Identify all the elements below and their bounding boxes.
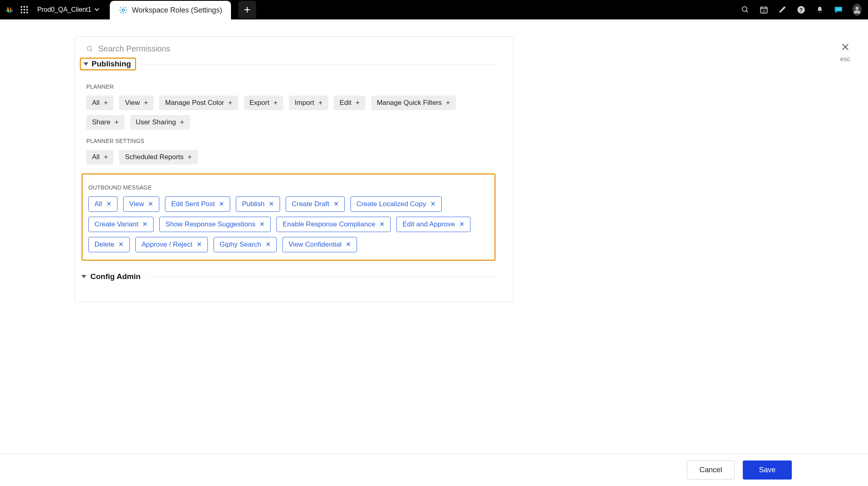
cancel-button[interactable]: Cancel [687, 460, 735, 480]
permission-chip-outbound-2[interactable]: Edit Sent Post✕ [165, 196, 230, 212]
svg-point-9 [855, 6, 859, 10]
permission-chip-outbound-11[interactable]: Approve / Reject✕ [135, 237, 208, 252]
page-canvas: Publishing PLANNER All+View+Manage Post … [0, 19, 868, 486]
permission-chip-outbound-9[interactable]: Edit and Approve✕ [396, 217, 470, 232]
new-tab-button[interactable] [238, 1, 256, 19]
chip-label: Delete [94, 241, 114, 249]
chip-label: All [92, 153, 100, 161]
app-logo-icon[interactable] [5, 5, 14, 14]
remove-x-icon[interactable]: ✕ [148, 201, 153, 207]
remove-x-icon[interactable]: ✕ [430, 201, 436, 207]
svg-point-6 [837, 9, 838, 9]
edit-pencil-icon[interactable] [778, 5, 787, 14]
chat-icon[interactable] [834, 5, 843, 14]
chip-label: Create Draft [292, 200, 329, 208]
group-label-outbound-message: OUTBOUND MESSAGE [83, 176, 489, 196]
permission-chip-planner-settings-1[interactable]: Scheduled Reports+ [119, 150, 197, 164]
svg-point-10 [87, 46, 91, 50]
remove-x-icon[interactable]: ✕ [379, 221, 385, 228]
permission-chip-planner-5[interactable]: Edit+ [334, 96, 366, 110]
remove-x-icon[interactable]: ✕ [459, 221, 464, 228]
search-permissions-input[interactable] [98, 44, 505, 53]
remove-x-icon[interactable]: ✕ [142, 221, 148, 228]
search-permissions-row [75, 37, 513, 58]
plus-icon: + [104, 99, 108, 107]
chip-label: Edit [340, 99, 351, 107]
svg-point-1 [742, 7, 747, 12]
calendar-icon[interactable]: 05 [759, 5, 768, 14]
workspace-selector[interactable]: Prod0_QA_Client1 [37, 6, 99, 13]
gear-icon [119, 6, 128, 15]
chip-label: Manage Post Color [165, 99, 224, 107]
section-toggle-publishing[interactable]: Publishing [80, 58, 136, 70]
remove-x-icon[interactable]: ✕ [106, 201, 111, 207]
remove-x-icon[interactable]: ✕ [197, 241, 202, 248]
chip-label: View [125, 99, 140, 107]
permission-chip-planner-8[interactable]: User Sharing+ [130, 115, 190, 130]
chip-label: Create Variant [94, 220, 138, 228]
topbar-header: Prod0_QA_Client1 Workspace Roles (Settin… [0, 0, 868, 19]
permission-chip-outbound-3[interactable]: Publish✕ [236, 196, 280, 212]
plus-icon: + [355, 99, 360, 107]
bell-icon[interactable] [815, 5, 824, 14]
esc-label: esc [840, 55, 850, 63]
chip-label: View [129, 200, 144, 208]
help-icon[interactable]: ? [797, 5, 806, 14]
plus-icon: + [188, 153, 192, 161]
chip-label: Scheduled Reports [125, 153, 184, 161]
plus-icon: + [228, 99, 233, 107]
permission-chip-outbound-8[interactable]: Enable Response Compliance✕ [276, 217, 391, 232]
plus-icon: + [180, 119, 184, 126]
permission-chip-planner-3[interactable]: Export+ [244, 96, 284, 110]
chip-label: Enable Response Compliance [282, 220, 375, 228]
permission-chip-planner-4[interactable]: Import+ [289, 96, 328, 110]
permission-chip-outbound-1[interactable]: View✕ [123, 196, 160, 212]
permission-chip-planner-6[interactable]: Manage Quick Filters+ [371, 96, 456, 110]
permission-chip-planner-7[interactable]: Share+ [86, 115, 124, 130]
chip-label: Import [295, 99, 314, 107]
remove-x-icon[interactable]: ✕ [346, 241, 351, 248]
permission-chip-outbound-13[interactable]: View Confidential✕ [282, 237, 357, 252]
apps-launcher-icon[interactable] [20, 6, 28, 14]
permission-chip-planner-0[interactable]: All+ [86, 96, 113, 110]
remove-x-icon[interactable]: ✕ [265, 241, 271, 248]
chevron-down-icon [81, 275, 86, 278]
permission-chip-planner-2[interactable]: Manage Post Color+ [159, 96, 238, 110]
group-label-planner: PLANNER [80, 75, 496, 96]
remove-x-icon[interactable]: ✕ [259, 221, 265, 228]
permission-chip-planner-1[interactable]: View+ [119, 96, 154, 110]
remove-x-icon[interactable]: ✕ [219, 201, 224, 207]
remove-x-icon[interactable]: ✕ [269, 201, 274, 207]
chip-label: Share [92, 118, 110, 126]
chip-label: User Sharing [136, 118, 176, 126]
permission-chip-outbound-6[interactable]: Create Variant✕ [88, 217, 154, 232]
plus-icon: + [144, 99, 148, 107]
chip-label: Manage Quick Filters [377, 99, 442, 107]
outbound-message-highlight-box: OUTBOUND MESSAGE All✕View✕Edit Sent Post… [81, 173, 496, 261]
remove-x-icon[interactable]: ✕ [118, 241, 124, 248]
close-button[interactable] [840, 42, 850, 55]
plus-icon: + [274, 99, 278, 107]
svg-point-8 [840, 9, 840, 9]
permission-chip-outbound-10[interactable]: Delete✕ [88, 237, 130, 252]
save-button[interactable]: Save [743, 460, 792, 480]
permission-chip-planner-settings-0[interactable]: All+ [86, 150, 113, 164]
section-toggle-config-admin[interactable]: Config Admin [80, 271, 496, 283]
workspace-name: Prod0_QA_Client1 [37, 6, 91, 13]
permission-chip-outbound-12[interactable]: Giphy Search✕ [214, 237, 277, 252]
plus-icon: + [114, 119, 119, 126]
remove-x-icon[interactable]: ✕ [334, 201, 339, 207]
search-icon [86, 45, 93, 53]
active-tab-workspace-roles[interactable]: Workspace Roles (Settings) [110, 1, 231, 19]
permission-chip-outbound-5[interactable]: Create Localized Copy✕ [351, 196, 442, 212]
user-avatar-icon[interactable] [853, 5, 862, 14]
chip-label: Edit and Approve [402, 220, 455, 228]
permission-chip-outbound-7[interactable]: Show Response Suggestions✕ [159, 217, 271, 232]
section-row-publishing: Publishing [80, 58, 496, 70]
svg-point-0 [122, 9, 124, 11]
search-icon[interactable] [741, 5, 750, 14]
permission-chip-outbound-0[interactable]: All✕ [88, 196, 118, 212]
permission-chip-outbound-4[interactable]: Create Draft✕ [286, 196, 345, 212]
chip-label: Approve / Reject [141, 241, 192, 249]
chips-outbound-message: All✕View✕Edit Sent Post✕Publish✕Create D… [83, 196, 489, 252]
